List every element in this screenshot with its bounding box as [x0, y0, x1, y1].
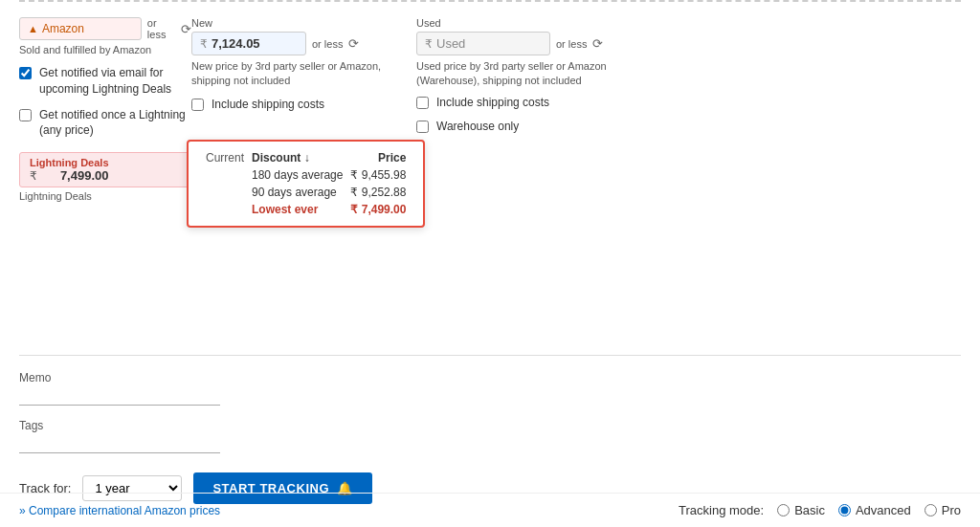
used-currency: ₹ — [425, 37, 433, 51]
tooltip-row-label: 180 days average — [248, 166, 346, 184]
tooltip-row: Lowest ever ₹ 7,499.00 — [202, 201, 410, 218]
bottom-bar: » Compare international Amazon prices Tr… — [0, 493, 980, 527]
dotted-line-top — [19, 0, 961, 2]
memo-input[interactable] — [19, 388, 220, 406]
new-description: New price by 3rd party seller or Amazon,… — [191, 59, 383, 89]
mode-advanced-label: Advanced — [856, 503, 911, 517]
lightning-deals-label: Lightning Deals — [30, 157, 109, 168]
used-include-shipping-checkbox[interactable] — [416, 97, 429, 109]
lightning-email-checkbox[interactable] — [19, 67, 32, 79]
mode-pro-radio[interactable] — [924, 504, 937, 516]
new-refresh-icon[interactable]: ⟳ — [348, 36, 359, 51]
tooltip-row: 90 days average ₹ 9,252.88 — [202, 184, 410, 201]
amazon-icon: ▲ — [28, 23, 38, 34]
tooltip-current-header: Current — [202, 149, 248, 166]
used-label-text: Used — [436, 36, 465, 51]
tooltip-row-price: ₹ 9,455.98 — [346, 166, 410, 184]
tooltip-row-label: 90 days average — [248, 184, 346, 201]
new-price-box: ₹ — [191, 32, 306, 55]
tracking-mode-label: Tracking mode: — [679, 503, 764, 517]
lightning-email-label[interactable]: Get notified via email for upcoming Ligh… — [39, 65, 191, 98]
lightning-currency: ₹ — [30, 169, 37, 183]
mode-basic-option[interactable]: Basic — [777, 503, 825, 517]
warehouse-only-label[interactable]: Warehouse only — [436, 119, 519, 135]
lightning-email-checkbox-row: Get notified via email for upcoming Ligh… — [19, 65, 191, 98]
amazon-refresh-icon[interactable]: ⟳ — [181, 22, 191, 36]
tracking-mode-row: Tracking mode: Basic Advanced Pro — [679, 503, 961, 517]
lightning-any-label[interactable]: Get notified once a Lightning (any price… — [39, 107, 191, 140]
warehouse-only-row: Warehouse only — [416, 119, 961, 135]
mode-advanced-radio[interactable] — [838, 504, 851, 516]
used-price-box: ₹ Used — [416, 32, 550, 55]
tooltip-row-empty — [202, 201, 248, 218]
price-tooltip: Current Discount ↓ Price 180 days averag… — [187, 140, 425, 228]
used-or-less: or less — [556, 38, 587, 50]
tooltip-table: Current Discount ↓ Price 180 days averag… — [202, 149, 410, 218]
new-include-shipping-row: Include shipping costs — [191, 97, 416, 113]
lightning-any-checkbox-row: Get notified once a Lightning (any price… — [19, 107, 191, 140]
tags-input[interactable] — [19, 436, 220, 453]
new-include-shipping-checkbox[interactable] — [191, 99, 204, 111]
amazon-price-box: ▲ Amazon — [19, 17, 142, 40]
used-label: Used — [416, 17, 961, 29]
mode-pro-label: Pro — [942, 503, 961, 517]
tooltip-row-empty — [202, 166, 248, 184]
tooltip-row: 180 days average ₹ 9,455.98 — [202, 166, 410, 184]
lightning-deals-price: 7,499.00 — [60, 168, 109, 183]
tooltip-row-price: ₹ 7,499.00 — [346, 201, 410, 218]
tooltip-row-empty — [202, 184, 248, 201]
compare-link[interactable]: » Compare international Amazon prices — [19, 504, 220, 517]
new-or-less: or less — [312, 38, 343, 50]
new-price-input[interactable] — [212, 36, 274, 51]
used-description: Used price by 3rd party seller or Amazon… — [416, 59, 608, 89]
new-include-shipping-label[interactable]: Include shipping costs — [212, 97, 324, 113]
mode-basic-radio[interactable] — [777, 504, 790, 516]
new-currency: ₹ — [200, 37, 208, 51]
tooltip-discount-header: Discount ↓ — [248, 149, 346, 166]
amazon-label: Amazon — [42, 22, 84, 35]
section-divider — [19, 355, 961, 356]
tooltip-row-price: ₹ 9,252.88 — [346, 184, 410, 201]
used-section: Used ₹ Used or less ⟳ Used price by 3rd … — [416, 17, 961, 202]
lightning-any-checkbox[interactable] — [19, 109, 32, 121]
amazon-or-less: or less — [147, 17, 175, 40]
tooltip-row-label: Lowest ever — [248, 201, 346, 218]
memo-label: Memo — [19, 371, 961, 384]
used-include-shipping-label[interactable]: Include shipping costs — [436, 95, 549, 111]
new-label: New — [191, 17, 416, 29]
mode-pro-option[interactable]: Pro — [924, 503, 961, 517]
warehouse-only-checkbox[interactable] — [416, 121, 429, 133]
tags-field-wrapper: Tags — [19, 419, 961, 453]
used-include-shipping-row: Include shipping costs — [416, 95, 961, 111]
mode-basic-label: Basic — [794, 503, 825, 517]
lightning-deals-sub-label: Lightning Deals — [19, 190, 191, 202]
tags-label: Tags — [19, 419, 961, 432]
lightning-deals-box: Lightning Deals ₹ 7,499.00 — [19, 152, 196, 187]
used-refresh-icon[interactable]: ⟳ — [592, 36, 603, 51]
mode-advanced-option[interactable]: Advanced — [838, 503, 911, 517]
tooltip-price-header: Price — [346, 149, 410, 166]
memo-field-wrapper: Memo — [19, 371, 961, 406]
lightning-deals-section: Lightning Deals ₹ 7,499.00 Lightning Dea… — [19, 152, 191, 202]
field-group: Memo Tags — [19, 371, 961, 453]
amazon-sold-by: Sold and fulfilled by Amazon — [19, 44, 191, 55]
amazon-section: ▲ Amazon or less ⟳ Sold and fulfilled by… — [19, 17, 191, 202]
